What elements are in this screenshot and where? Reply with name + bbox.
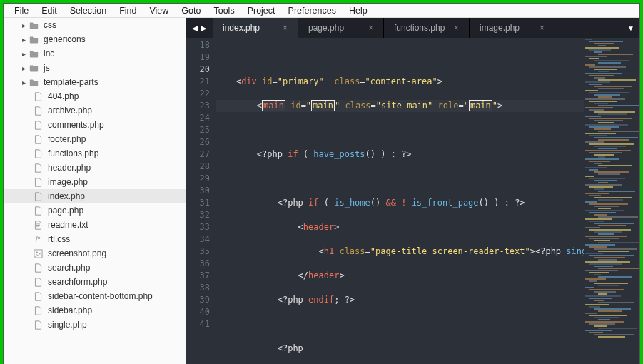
folder-label: inc [44,49,54,59]
line-number: 33 [186,221,210,233]
file-label: functions.php [48,148,98,158]
code-area[interactable]: 1819202122232425262728293031323334353637… [186,38,639,364]
file-row[interactable]: page.php [4,203,186,218]
minimap-line [594,274,601,275]
close-icon[interactable]: × [454,23,459,33]
minimap-line [589,169,598,171]
minimap-line [598,165,632,166]
minimap-line [585,141,604,143]
file-row[interactable]: /*rtl.css [4,232,186,246]
minimap-line [589,161,610,162]
tab-next-icon[interactable]: ▶ [201,24,206,33]
minimap-line [589,126,619,128]
file-row[interactable]: functions.php [4,146,186,161]
tab-index[interactable]: index.php× [213,18,298,38]
file-row[interactable]: searchform.php [4,275,186,289]
folder-row[interactable]: ▸inc [4,46,186,61]
minimap-line [585,236,627,237]
menu-find[interactable]: Find [113,5,143,16]
file-row[interactable]: screenshot.png [4,246,186,261]
menu-file[interactable]: File [8,5,35,16]
line-number: 21 [186,76,210,88]
tab-prev-icon[interactable]: ◀ [192,24,198,33]
close-icon[interactable]: × [540,23,545,33]
file-row[interactable]: header.php [4,161,186,175]
line-number: 41 [186,318,210,330]
file-label: image.php [48,177,88,187]
minimap-line [598,131,639,132]
minimap-line [598,310,622,312]
file-icon [32,148,44,158]
menu-goto[interactable]: Goto [175,5,207,16]
tab-functions[interactable]: functions.php× [384,18,470,38]
file-row[interactable]: footer.php [4,132,186,146]
line-number: 29 [186,173,210,185]
file-row[interactable]: search.php [4,261,186,275]
file-icon: /* [32,234,44,244]
file-row[interactable]: index.php [4,189,186,203]
menu-tools[interactable]: Tools [207,5,241,16]
menubar: File Edit Selection Find View Goto Tools… [4,4,639,18]
editor-pane: ◀ ▶ index.php× page.php× functions.php× … [186,18,639,364]
tab-page[interactable]: page.php× [298,18,384,38]
menu-selection[interactable]: Selection [64,5,113,16]
file-row[interactable]: archive.php [4,103,186,118]
file-row[interactable]: image.php [4,175,186,189]
menu-view[interactable]: View [143,5,175,16]
folder-label: css [44,20,56,30]
minimap-line [594,137,638,138]
line-number: 37 [186,270,210,282]
folder-row[interactable]: ▸template-parts [4,75,186,89]
line-number: 34 [186,233,210,246]
minimap-line [598,216,638,218]
menu-project[interactable]: Project [241,5,282,16]
menu-preferences[interactable]: Preferences [282,5,343,16]
folder-row[interactable]: ▸css [4,18,186,32]
minimap-line [598,122,614,123]
minimap[interactable] [584,38,639,364]
menu-help[interactable]: Help [343,5,374,16]
minimap-line [594,325,607,327]
line-number: 20 [186,64,210,76]
file-row[interactable]: 404.php [4,89,186,103]
minimap-line [594,146,626,147]
file-icon [32,120,44,130]
minimap-line [594,206,619,207]
tab-image[interactable]: image.php× [470,18,555,38]
minimap-line [598,139,629,141]
file-label: 404.php [48,91,79,101]
file-row[interactable]: sidebar.php [4,303,186,318]
minimap-line [585,184,622,186]
line-number: 23 [186,100,210,112]
tab-overflow-icon[interactable]: ▼ [622,18,639,38]
minimap-line [594,171,629,173]
minimap-line [589,84,602,85]
folder-row[interactable]: ▸genericons [4,32,186,46]
minimap-line [598,156,605,158]
file-row[interactable]: comments.php [4,118,186,132]
close-icon[interactable]: × [368,23,373,33]
svg-point-1 [36,251,37,253]
file-icon [32,206,44,216]
minimap-line [585,201,597,203]
file-icon [32,220,44,230]
minimap-line [594,120,623,121]
code[interactable]: <div id="primary" class="content-area"> … [216,38,639,364]
file-row[interactable]: single.php [4,318,186,332]
main-split: ▸css▸genericons▸inc▸js▸template-parts404… [4,18,639,364]
tab-nav-arrows[interactable]: ◀ ▶ [186,18,213,38]
line-number: 22 [186,88,210,100]
minimap-line [594,86,632,87]
minimap-line [594,163,602,164]
file-row[interactable]: sidebar-content-bottom.php [4,289,186,303]
folder-row[interactable]: ▸js [4,61,186,75]
close-icon[interactable]: × [283,23,288,33]
minimap-line [585,107,613,108]
menu-edit[interactable]: Edit [35,5,64,16]
minimap-line [589,203,628,205]
file-row[interactable]: readme.txt [4,218,186,232]
minimap-line [594,248,637,250]
minimap-line [585,124,628,126]
file-label: comments.php [48,120,104,130]
minimap-line [598,242,639,243]
